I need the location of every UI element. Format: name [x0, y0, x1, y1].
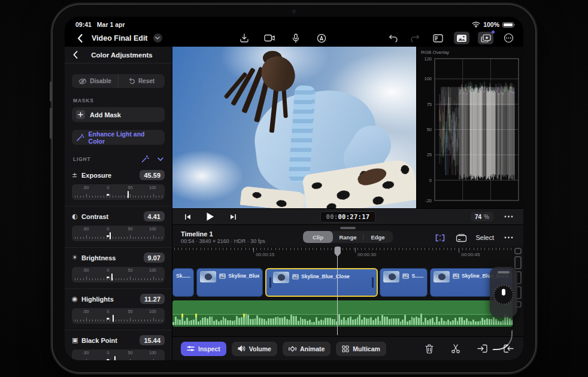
- select-tool-label[interactable]: Select: [475, 234, 494, 241]
- mode-edge[interactable]: Edge: [363, 231, 393, 243]
- import-icon[interactable]: [238, 32, 251, 44]
- clip-label: S......: [402, 273, 423, 279]
- jog-wheel[interactable]: [490, 267, 517, 317]
- adjustment-exposure: ± Exposure 45.59 -50050100: [65, 165, 172, 206]
- highlights-icon: ◉: [72, 295, 81, 303]
- highlights-label: Highlights: [81, 296, 140, 303]
- add-mask-button[interactable]: Add Mask: [72, 107, 165, 122]
- light-section-header: LIGHT: [73, 155, 163, 163]
- ruler-label: 00:00:15: [256, 252, 274, 257]
- mode-range[interactable]: Range: [333, 231, 363, 243]
- status-time: 09:41: [75, 21, 92, 28]
- timeline[interactable]: 00:00:15 00:00:30 00:00:45 Sk......Skyli…: [172, 247, 523, 336]
- highlights-slider[interactable]: -50050100: [72, 308, 165, 324]
- disable-reset-segment: Disable Reset: [72, 74, 165, 88]
- inspect-icon: [187, 345, 195, 352]
- clip-thumbnail: [200, 271, 216, 282]
- inspect-button[interactable]: Inspect: [181, 342, 226, 356]
- transport-bar: 00:00:27:17 74%: [172, 208, 523, 225]
- more-icon[interactable]: [502, 32, 515, 44]
- timeline-ruler[interactable]: 00:00:15 00:00:30 00:00:45: [172, 247, 513, 263]
- audio-clip[interactable]: [172, 300, 513, 327]
- volume-button[interactable]: Volume: [232, 342, 277, 356]
- exposure-value[interactable]: 45.59: [140, 170, 165, 180]
- jog-dial[interactable]: [493, 285, 514, 305]
- exposure-icon: ±: [72, 171, 81, 179]
- project-title-menu[interactable]: [153, 34, 162, 42]
- light-auto-enhance-icon[interactable]: [141, 155, 149, 163]
- toolbar: Video Final Edit: [65, 30, 523, 46]
- timecode-display[interactable]: 00:00:27:17: [320, 211, 376, 223]
- previous-frame-icon[interactable]: [181, 211, 194, 223]
- clip-appearance-icon[interactable]: [454, 232, 468, 244]
- jog-grab-handle[interactable]: [498, 271, 510, 273]
- video-viewer[interactable]: [172, 47, 416, 208]
- status-date: Mar 1 apr: [97, 21, 125, 28]
- multicam-button[interactable]: Multicam: [336, 342, 386, 356]
- microphone-icon[interactable]: [289, 32, 302, 44]
- timeline-more-icon[interactable]: [502, 232, 515, 244]
- ruler-label: 00:00:30: [357, 252, 376, 257]
- clip-s-[interactable]: S......: [380, 268, 428, 297]
- clip-skyline-blue-close[interactable]: Skyline_Blue_Close: [265, 268, 377, 297]
- next-frame-icon[interactable]: [226, 211, 240, 223]
- playhead[interactable]: [337, 247, 338, 335]
- viewer-zoom-level[interactable]: 74%: [471, 212, 493, 221]
- contrast-slider[interactable]: -50050100: [72, 226, 165, 241]
- project-title[interactable]: Video Final Edit: [92, 34, 148, 42]
- front-camera: [292, 10, 296, 13]
- contrast-icon: ◐: [72, 212, 81, 220]
- status-bar: 09:41 Mar 1 apr 100%: [65, 17, 523, 30]
- effects-badge: [492, 31, 495, 34]
- light-collapse-icon[interactable]: [157, 157, 163, 161]
- timeline-drag-handle[interactable]: [340, 227, 356, 229]
- volume-up-button: [50, 81, 52, 102]
- blade-icon[interactable]: [449, 343, 462, 355]
- clip-sk-[interactable]: Sk......: [172, 268, 194, 297]
- clip-skyline-blue-wide[interactable]: Skyline_Blue_Wide: [196, 268, 262, 297]
- black-point-slider[interactable]: -50050100: [72, 349, 165, 360]
- scope-axis-label: 120: [424, 56, 432, 62]
- wifi-icon: [471, 19, 480, 31]
- insert-icon[interactable]: [475, 343, 489, 355]
- back-icon[interactable]: [73, 32, 86, 44]
- animate-button[interactable]: Animate: [283, 342, 331, 356]
- magic-wand-icon: [76, 133, 84, 142]
- contrast-label: Contrast: [81, 213, 144, 220]
- contrast-value[interactable]: 4.41: [144, 211, 165, 221]
- pencil-tool-icon[interactable]: [315, 32, 328, 44]
- media-browser-icon[interactable]: [454, 32, 469, 44]
- enhance-light-color-button[interactable]: Enhance Light and Color: [72, 130, 165, 145]
- clip-label: Sk......: [176, 273, 190, 279]
- exposure-slider[interactable]: -50050100: [72, 184, 165, 200]
- brightness-slider[interactable]: -50050100: [72, 267, 165, 282]
- color-adjustments-panel: Color Adjustments Disable Reset MASKS: [65, 47, 172, 360]
- disable-button[interactable]: Disable: [72, 74, 119, 88]
- battery-icon: [502, 22, 514, 28]
- snapping-icon[interactable]: [434, 232, 447, 244]
- brightness-value[interactable]: 9.07: [144, 253, 165, 263]
- app-screen: 09:41 Mar 1 apr 100% Video Fina: [65, 17, 523, 360]
- effects-browser-icon[interactable]: [478, 32, 493, 44]
- animate-icon: [289, 345, 296, 352]
- camera-icon[interactable]: [263, 32, 277, 44]
- timeline-meta: 00:54 · 3840 × 2160 · HDR · 30 fps: [181, 238, 265, 245]
- viewer-more-icon[interactable]: [502, 211, 515, 223]
- volume-down-button: [50, 108, 52, 139]
- masks-section-label: MASKS: [73, 98, 163, 104]
- audio-waveform: [172, 313, 513, 325]
- ruler-label: 00:00:45: [461, 252, 480, 257]
- timeline-clips-track: Sk......Skyline_Blue_WideSkyline_Blue_Cl…: [172, 268, 513, 297]
- clip-thumbnail: [273, 272, 289, 283]
- play-button[interactable]: [204, 211, 217, 223]
- black-point-value[interactable]: 15.44: [140, 335, 165, 345]
- clip-thumbnail: [383, 271, 399, 282]
- panel-back-icon[interactable]: [72, 49, 79, 61]
- append-icon[interactable]: [502, 343, 515, 355]
- inspector-icon[interactable]: [430, 32, 445, 44]
- undo-icon[interactable]: [387, 32, 400, 44]
- trash-icon[interactable]: [423, 343, 436, 355]
- highlights-value[interactable]: 11.27: [140, 294, 165, 304]
- mode-clip[interactable]: Clip: [303, 231, 333, 243]
- reset-button[interactable]: Reset: [119, 74, 165, 88]
